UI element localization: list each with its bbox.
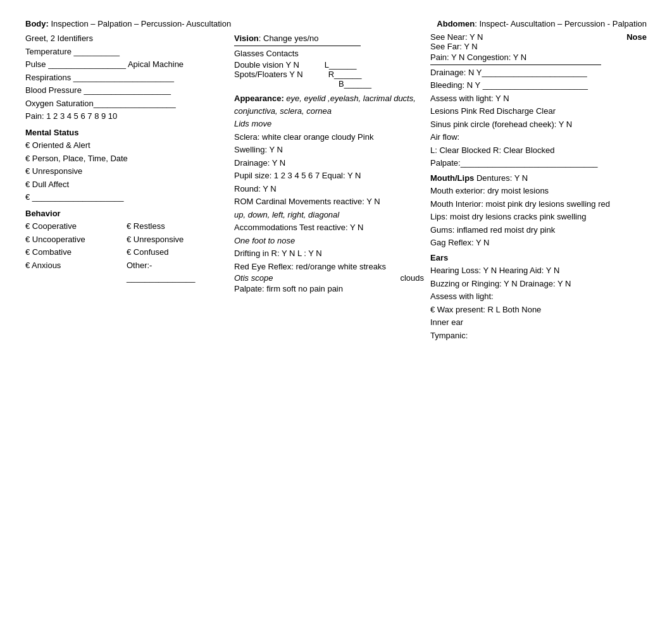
gag: Gag Reflex: Y N [430, 237, 647, 249]
wax: € Wax present: R L Both None [430, 304, 647, 316]
see-far: See Far: Y N [430, 42, 478, 51]
vision-label: Vision [234, 34, 259, 43]
behavior-grid: € Cooperative € Uncooperative € Combativ… [25, 220, 228, 285]
lips: Lips: moist dry lesions cracks pink swel… [430, 211, 647, 223]
rom: ROM Cardinal Movements reactive: Y N [234, 195, 424, 208]
clouds: clouds [400, 273, 424, 283]
nose-underline [430, 65, 601, 65]
pain: Pain: 1 2 3 4 5 6 7 8 9 10 [25, 110, 228, 123]
beh-other: Other:- [127, 259, 228, 272]
vision-options: Double vision Y N L______ [234, 60, 424, 70]
appearance-row: Appearance: eye, eyelid ,eyelash, lacrim… [234, 92, 424, 117]
respirations: Respirations ______________________ [25, 71, 228, 84]
L-clear: L: Clear Blocked R: Clear Blocked [430, 144, 647, 157]
abdomen-text: : Inspect- Auscultation – Percussion - P… [475, 19, 647, 28]
body-label: Body: [25, 19, 49, 28]
nose-see-near: See Near: Y N Nose [430, 32, 647, 42]
gums: Gums: inflamed red moist dry pink [430, 224, 647, 237]
otis-clouds-row: Otis scope clouds [234, 273, 424, 283]
drainage: Drainage: Y N [234, 157, 424, 169]
vision-options2: Spots/Floaters Y N R______ [234, 70, 424, 79]
ms-item-3: € Unresponsive [25, 165, 228, 178]
beh-restless: € Restless [127, 220, 228, 233]
see-near: See Near: Y N [430, 32, 483, 42]
accom: Accommodations Test reactive: Y N [234, 221, 424, 234]
vision-row: Vision: Change yes/no [234, 32, 424, 45]
buzzing: Buzzing or Ringing: Y N Drainage: Y N [430, 278, 647, 290]
appearance-label: Appearance: [234, 94, 284, 103]
nose-label: Nose [626, 32, 647, 42]
lesions: Lesions Pink Red Discharge Clear [430, 105, 647, 118]
sinus: Sinus pink circle (forehead cheek): Y N [430, 118, 647, 131]
beh-unresponsive: € Unresponsive [127, 233, 228, 246]
drifting: Drifting in R: Y N L : Y N [234, 247, 424, 260]
page-container: Body: Inspection – Palpation – Percussio… [25, 19, 647, 342]
B-field: B______ [339, 79, 371, 89]
mouth-lips-row: Mouth/Lips Dentures: Y N [430, 172, 647, 185]
body-text: Inspection – Palpation – Percussion- Aus… [49, 19, 231, 28]
ms-item-1: € Oriented & Alert [25, 139, 228, 152]
assess-light2: Assess with light: [430, 290, 647, 303]
B-field-row: B______ [339, 79, 424, 89]
beh-cooperative: € Cooperative [25, 220, 127, 233]
column-3: See Near: Y N Nose See Far: Y N Pain: Y … [430, 32, 647, 342]
behavior-col1: € Cooperative € Uncooperative € Combativ… [25, 220, 127, 285]
red-eye: Red Eye Reflex: red/orange white streaks [234, 261, 424, 273]
ms-item-2: € Person, Place, Time, Date [25, 152, 228, 165]
hearing-loss: Hearing Loss: Y N Hearing Aid: Y N [430, 264, 647, 277]
temperature: Temperature __________ [25, 46, 228, 58]
column-1: Greet, 2 Identifiers Temperature _______… [25, 32, 234, 342]
column-2: Vision: Change yes/no Glasses Contacts D… [234, 32, 430, 342]
ms-item-4: € Dull Affect [25, 178, 228, 191]
beh-anxious: € Anxious [25, 259, 127, 272]
vision-text: : Change yes/no [259, 34, 319, 43]
mouth-ext: Mouth exterior: dry moist lesions [430, 185, 647, 197]
beh-confused: € Confused [127, 246, 228, 259]
sclera: Sclera: white clear orange cloudy Pink [234, 131, 424, 144]
bleeding: Bleeding: N Y _______________________ [430, 79, 647, 92]
palpate: Palpate: firm soft no pain pain [234, 283, 424, 295]
mental-status-items: € Oriented & Alert € Person, Place, Time… [25, 139, 228, 204]
ears-label: Ears [430, 252, 647, 264]
rom-italic: up, down, left, right, diagonal [234, 209, 424, 221]
tympanic: Tympanic: [430, 329, 647, 342]
beh-combative: € Combative [25, 246, 127, 259]
behavior-label: Behavior [25, 207, 228, 220]
mental-status-label: Mental Status [25, 126, 228, 139]
glasses-contacts: Glasses Contacts [234, 47, 424, 60]
lids-move: Lids move [234, 118, 424, 130]
double-vision: Double vision Y N [234, 60, 299, 70]
dentures: Dentures: Y N [474, 173, 528, 183]
vision-line [234, 46, 361, 46]
mouth-lips-label: Mouth/Lips [430, 173, 474, 183]
beh-other-line: _______________ [127, 272, 228, 285]
oxygen: Oxygen Saturation__________________ [25, 97, 228, 110]
blood-pressure: Blood Pressure ___________________ [25, 84, 228, 97]
assess-light: Assess with light: Y N [430, 92, 647, 105]
drainage: Drainage: N Y_______________________ [430, 66, 647, 79]
accom-italic: One foot to nose [234, 235, 424, 247]
greet: Greet, 2 Identifiers [25, 32, 228, 45]
inner-ear: Inner ear [430, 316, 647, 329]
abdomen-header: Abdomen: Inspect- Auscultation – Percuss… [437, 19, 647, 28]
air-flow: Air flow: [430, 131, 647, 144]
behavior-col2: € Restless € Unresponsive € Confused Oth… [127, 220, 228, 285]
beh-uncooperative: € Uncooperative [25, 233, 127, 246]
L-field: L______ [325, 60, 357, 70]
pulse: Pulse _________________ Apical Machine [25, 58, 228, 71]
palpate-nose: Palpate:______________________________ [430, 157, 647, 169]
swelling: Swelling: Y N [234, 144, 424, 156]
otis-scope: Otis scope [234, 273, 273, 283]
spots-floaters: Spots/Floaters Y N [234, 70, 303, 79]
mouth-int: Mouth Interior: moist pink dry lesions s… [430, 198, 647, 211]
pupil-size: Pupil size: 1 2 3 4 5 6 7 Equal: Y N [234, 169, 424, 182]
ms-item-5: € ____________________ [25, 191, 228, 204]
see-far-row: See Far: Y N [430, 42, 647, 51]
pain-congestion: Pain: Y N Congestion: Y N [430, 51, 647, 64]
R-field: R______ [328, 70, 362, 79]
abdomen-label: Abdomen [437, 19, 475, 28]
body-header: Body: Inspection – Palpation – Percussio… [25, 19, 231, 28]
round: Round: Y N [234, 183, 424, 195]
